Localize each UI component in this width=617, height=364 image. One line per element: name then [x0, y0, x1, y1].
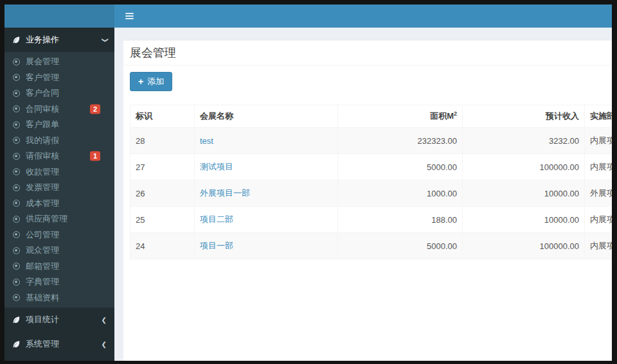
notification-badge: 1	[90, 152, 100, 161]
circle-dot-icon	[13, 58, 20, 65]
sidebar-item-collection-mgmt[interactable]: 收款管理	[4, 164, 114, 180]
sidebar: 业务操作 ❮ 展会管理 客户管理 客户合同 合同审核2 客户跟单 我的请假 请假…	[4, 28, 114, 361]
logo-area	[4, 4, 114, 28]
col-header-area: 面积M2	[338, 105, 463, 128]
cell-area: 5000.00	[338, 154, 463, 180]
circle-dot-icon	[13, 231, 20, 238]
cell-id: 28	[130, 128, 195, 154]
cell-id: 24	[130, 233, 195, 259]
chevron-left-icon: ❮	[102, 316, 107, 324]
app-window: 业务操作 ❮ 展会管理 客户管理 客户合同 合同审核2 客户跟单 我的请假 请假…	[4, 4, 612, 361]
sidebar-section-project-stats[interactable]: 项目统计 ❮	[4, 308, 114, 332]
col-header-income: 预计收入	[463, 105, 585, 128]
cell-id: 27	[130, 154, 195, 180]
leaf-icon	[12, 36, 21, 44]
exhibition-name-link[interactable]: 外展项目一部	[200, 188, 250, 198]
screenshot-frame: 业务操作 ❮ 展会管理 客户管理 客户合同 合同审核2 客户跟单 我的请假 请假…	[0, 0, 617, 364]
table-header-row: 标识 会展名称 面积M2 预计收入 实施部门	[130, 105, 613, 128]
sidebar-item-contract-review[interactable]: 合同审核2	[4, 101, 114, 117]
exhibition-name-link[interactable]: 项目一部	[200, 241, 233, 250]
add-button[interactable]: + 添加	[130, 72, 172, 91]
sidebar-item-audience-mgmt[interactable]: 观众管理	[4, 243, 114, 259]
add-button-label: 添加	[147, 76, 164, 87]
sidebar-item-customer-mgmt[interactable]: 客户管理	[4, 70, 114, 86]
cell-area: 1000.00	[338, 180, 463, 207]
cell-id: 26	[130, 180, 195, 207]
sidebar-item-exhibition-mgmt[interactable]: 展会管理	[4, 54, 114, 70]
sidebar-item-supplier-mgmt[interactable]: 供应商管理	[4, 211, 114, 227]
sidebar-item-customer-follow[interactable]: 客户跟单	[4, 117, 114, 133]
box-header: 展会管理	[123, 40, 612, 65]
cell-income: 100000.00	[463, 154, 585, 180]
exhibition-name-link[interactable]: 测试项目	[200, 162, 233, 171]
chevron-left-icon: ❮	[102, 341, 107, 348]
col-header-name: 会展名称	[195, 105, 338, 128]
circle-dot-icon	[13, 137, 20, 144]
box-body: + 添加 标识 会展名称 面积M2 预计收入	[123, 65, 612, 266]
cell-area: 5000.00	[338, 233, 463, 259]
sidebar-section-label: 业务操作	[26, 34, 102, 46]
leaf-icon	[12, 340, 21, 349]
circle-dot-icon	[13, 74, 20, 81]
chevron-down-icon: ❮	[100, 37, 107, 42]
circle-dot-icon	[13, 90, 20, 97]
cell-area: 232323.00	[338, 128, 463, 154]
sidebar-treeview-menu: 展会管理 客户管理 客户合同 合同审核2 客户跟单 我的请假 请假审核1 收款管…	[4, 52, 114, 308]
sidebar-item-invoice-mgmt[interactable]: 发票管理	[4, 180, 114, 196]
cell-dept: 外展项目	[585, 180, 613, 207]
sidebar-section-business-ops[interactable]: 业务操作 ❮	[4, 28, 114, 52]
col-header-dept: 实施部门	[585, 105, 613, 128]
plus-icon: +	[138, 77, 143, 86]
circle-dot-icon	[13, 279, 20, 286]
cell-dept: 内展项目	[585, 154, 613, 180]
table-row: 25 项目二部 188.00 10000.00 内展项目	[130, 207, 613, 233]
cell-id: 25	[130, 207, 195, 233]
sidebar-item-basic-data[interactable]: 基础资料	[4, 290, 114, 306]
sidebar-section-system-mgmt[interactable]: 系统管理 ❮	[4, 332, 114, 356]
cell-name: 测试项目	[195, 154, 338, 180]
sidebar-item-leave-review[interactable]: 请假审核1	[4, 148, 114, 164]
cell-dept: 内展项目	[585, 128, 613, 154]
sidebar-section-label: 项目统计	[26, 314, 102, 325]
circle-dot-icon	[13, 121, 20, 128]
sidebar-toggle-button[interactable]	[123, 10, 136, 22]
circle-dot-icon	[13, 216, 20, 223]
page-title: 展会管理	[130, 46, 612, 60]
circle-dot-icon	[13, 247, 20, 254]
sidebar-item-mailbox-mgmt[interactable]: 邮箱管理	[4, 259, 114, 275]
cell-income: 3232.00	[463, 128, 585, 154]
cell-dept: 内展项目	[585, 207, 613, 233]
exhibition-table: 标识 会展名称 面积M2 预计收入 实施部门 28 test 2	[130, 105, 612, 259]
leaf-icon	[12, 316, 21, 324]
cell-area: 188.00	[338, 207, 463, 233]
table-row: 24 项目一部 5000.00 100000.00 内展项目	[130, 233, 613, 259]
circle-dot-icon	[13, 200, 20, 207]
sidebar-item-dictionary-mgmt[interactable]: 字典管理	[4, 274, 114, 290]
table-row: 27 测试项目 5000.00 100000.00 内展项目	[130, 154, 613, 180]
sidebar-section-label: 系统管理	[26, 338, 102, 350]
hamburger-icon	[125, 13, 134, 14]
cell-income: 10000.00	[463, 207, 585, 233]
table-row: 26 外展项目一部 1000.00 10000.00 外展项目	[130, 180, 613, 207]
cell-name: 项目一部	[195, 233, 338, 259]
content-area: 展会管理 + 添加 标识 会展名称	[114, 28, 612, 361]
cell-name: 项目二部	[195, 207, 338, 233]
cell-name: 外展项目一部	[195, 180, 338, 207]
circle-dot-icon	[13, 294, 20, 301]
cell-name: test	[195, 128, 338, 154]
notification-badge: 2	[90, 104, 100, 114]
content-box: 展会管理 + 添加 标识 会展名称	[123, 40, 612, 361]
sidebar-item-company-mgmt[interactable]: 公司管理	[4, 227, 114, 243]
exhibition-name-link[interactable]: test	[200, 136, 213, 146]
sidebar-item-cost-mgmt[interactable]: 成本管理	[4, 196, 114, 212]
exhibition-name-link[interactable]: 项目二部	[200, 214, 233, 224]
circle-dot-icon	[13, 184, 20, 191]
top-navbar	[4, 4, 612, 28]
cell-income: 10000.00	[463, 180, 585, 207]
col-header-id: 标识	[130, 105, 195, 128]
circle-dot-icon	[13, 153, 20, 160]
sidebar-item-customer-contract[interactable]: 客户合同	[4, 85, 114, 101]
cell-income: 100000.00	[463, 233, 585, 259]
sidebar-item-my-leave[interactable]: 我的请假	[4, 133, 114, 149]
circle-dot-icon	[13, 263, 20, 270]
